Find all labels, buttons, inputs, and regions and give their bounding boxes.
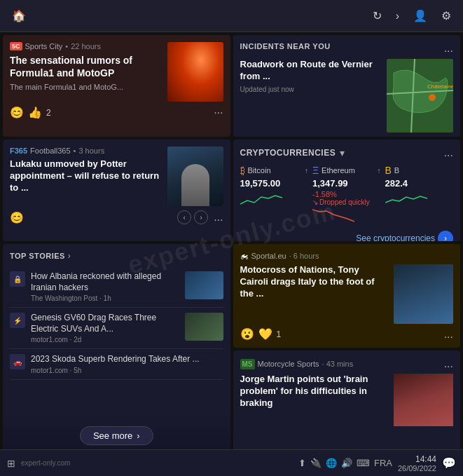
lukaku-footer-right: ‹ › ... <box>177 210 223 224</box>
source-time-f1: • <box>65 42 68 50</box>
clock-time: 14:44 <box>398 454 436 464</box>
card-desc-f1: The main Formula1 and MotoG... <box>10 82 162 92</box>
moto-sports-title: Jorge Martin points out 'brain problem' … <box>240 374 389 409</box>
card-f1-text: 5C Sports City • 22 hours The sensationa… <box>10 42 162 102</box>
motocross-source-name: Sportal.eu <box>251 252 286 260</box>
source-badge-f1: 5C <box>10 42 22 50</box>
third-coin-name: B <box>394 166 399 175</box>
top-stories-label: TOP STORIES <box>10 252 65 260</box>
story-item-2[interactable]: ⚡ Genesis GV60 Drag Races Three Electric… <box>10 308 223 349</box>
svg-point-3 <box>429 94 436 101</box>
top-stories-chevron[interactable]: › <box>68 251 71 261</box>
ethereum-change: -1.58% <box>312 190 381 198</box>
card-top-stories: TOP STORIES › 🔒 How Albania reckoned wit… <box>3 244 230 449</box>
ethereum-sparkline <box>312 206 354 224</box>
clock-date: 26/09/2022 <box>398 464 436 472</box>
story-meta-3: motor1.com · 5h <box>31 367 223 374</box>
story-icon-2: ⚡ <box>10 313 25 328</box>
story-icon-3: 🚗 <box>10 354 25 369</box>
source-name-lukaku: Football365 <box>30 147 71 155</box>
story-thumb-2 <box>185 313 223 341</box>
motocross-reaction-1: 😮 <box>240 327 254 341</box>
incidents-updated: Updated just now <box>240 86 382 93</box>
bottom-bar: ⊞ expert-only.com ⬆ 🔌 🌐 🔊 ⌨ FRA 14:44 26… <box>0 449 463 476</box>
story-item-3[interactable]: 🚗 2023 Skoda Superb Rendering Takes Afte… <box>10 349 223 380</box>
crypto-items: ₿ Bitcoin ↑ 19,575.00 Ξ Ethereum ↑ 1,347… <box>240 165 454 226</box>
tray-lang: FRA <box>374 458 392 468</box>
motocross-reaction-2: 💛 <box>258 327 272 341</box>
lukaku-nav: ‹ › <box>177 210 208 224</box>
more-button-lukaku[interactable]: ... <box>214 211 223 224</box>
story-text-3: 2023 Skoda Superb Rendering Takes After … <box>31 354 223 374</box>
see-crypto-circle[interactable]: › <box>438 231 453 241</box>
see-more-button[interactable]: See more › <box>80 426 153 445</box>
motocross-image <box>394 264 453 324</box>
card-f1[interactable]: 5C Sports City • 22 hours The sensationa… <box>3 35 230 137</box>
bitcoin-icon: ₿ <box>240 165 245 176</box>
crypto-dropdown-icon[interactable]: ▾ <box>340 147 345 158</box>
card-f1-image <box>167 42 223 102</box>
moto-sports-text: Jorge Martin points out 'brain problem' … <box>240 374 389 426</box>
more-button-motocross[interactable]: ... <box>444 328 453 341</box>
story-item-1[interactable]: 🔒 How Albania reckoned with alleged Iran… <box>10 266 223 308</box>
more-button-moto-sports[interactable]: ... <box>444 358 453 370</box>
incidents-title: Roadwork on Route de Vernier from ... <box>240 59 382 83</box>
incidents-content: Roadwork on Route de Vernier from ... Up… <box>240 59 454 132</box>
incidents-header: INCIDENTS NEAR YOU ... <box>240 42 454 55</box>
tray-icon-4: 🔊 <box>341 458 352 468</box>
reaction-emoji-f1: 😊 <box>10 106 24 119</box>
source-icon-lukaku: F365 <box>10 147 27 155</box>
moto-sports-time: · 43 mins <box>322 360 354 368</box>
refresh-button[interactable]: ↻ <box>371 7 384 25</box>
profile-button[interactable]: 👤 <box>411 7 429 25</box>
settings-button[interactable]: ⚙ <box>439 7 453 25</box>
card-moto-sports[interactable]: MS Motorcycle Sports · 43 mins ... Jorge… <box>233 351 461 449</box>
card-lukaku-inner: F365 Football365 • 3 hours Lukaku unmove… <box>10 147 223 206</box>
more-button-f1[interactable]: ··· <box>214 107 223 119</box>
lukaku-text: F365 Football365 • 3 hours Lukaku unmove… <box>10 147 162 206</box>
reaction-count-f1: 2 <box>46 108 51 118</box>
crypto-header: CRYPTOCURRENCIES ▾ ... <box>240 147 454 159</box>
moto-sports-inner: Jorge Martin points out 'brain problem' … <box>240 374 454 426</box>
bitcoin-sparkline <box>240 190 282 208</box>
dropped-quickly-text: ↘ Dropped quickly <box>312 198 381 206</box>
see-cryptocurrencies-button[interactable]: See cryptocurrencies <box>356 233 435 241</box>
story-meta-1: The Washington Post · 1h <box>31 294 179 302</box>
card-lukaku[interactable]: F365 Football365 • 3 hours Lukaku unmove… <box>3 140 230 241</box>
bitcoin-price: 19,575.00 <box>240 178 309 189</box>
dropped-label: Dropped quickly <box>319 198 370 206</box>
card-motocross[interactable]: 🏍 Sportal.eu · 6 hours Motocross of Nati… <box>233 244 461 348</box>
forward-button[interactable]: › <box>394 8 401 25</box>
third-coin-icon: B <box>385 165 392 176</box>
ethereum-coin-row: Ξ Ethereum ↑ <box>312 165 381 176</box>
incidents-map: Châtelaine <box>387 59 453 132</box>
card-f1-footer: 😊 👍 2 ··· <box>10 106 223 119</box>
lukaku-nav-next[interactable]: › <box>194 210 208 224</box>
more-button-incidents[interactable]: ... <box>444 42 453 55</box>
arrow-down-icon: ↘ <box>312 198 318 206</box>
more-button-crypto[interactable]: ... <box>444 147 453 159</box>
tray-icon-3: 🌐 <box>326 458 337 468</box>
tray-icon-5: ⌨ <box>357 458 370 468</box>
right-column: 🏍 Sportal.eu · 6 hours Motocross of Nati… <box>233 244 461 449</box>
top-bar-left: 🏠 <box>10 7 28 25</box>
motocross-text: Motocross of Nations, Tony Cairoli drags… <box>240 264 389 324</box>
motocross-reactions: 😮 💛 1 <box>240 327 282 341</box>
card-f1-inner: 5C Sports City • 22 hours The sensationa… <box>10 42 223 102</box>
system-icons: ⬆ 🔌 🌐 🔊 ⌨ FRA <box>298 458 392 468</box>
card-lukaku-image <box>167 147 223 206</box>
main-grid: 5C Sports City • 22 hours The sensationa… <box>0 32 463 449</box>
motocross-source-icon: 🏍 <box>240 251 249 261</box>
incidents-label: INCIDENTS NEAR YOU <box>240 42 331 50</box>
story-text-2: Genesis GV60 Drag Races Three Electric S… <box>31 313 179 344</box>
lukaku-nav-prev[interactable]: ‹ <box>177 210 191 224</box>
motocross-reaction-count: 1 <box>277 329 282 339</box>
chat-icon[interactable]: 💬 <box>442 456 456 470</box>
home-button[interactable]: 🏠 <box>10 7 28 25</box>
motocross-title: Motocross of Nations, Tony Cairoli drags… <box>240 264 389 300</box>
source-time-lukaku: 3 hours <box>78 147 104 155</box>
story-thumb-1 <box>185 271 223 299</box>
crypto-footer: See cryptocurrencies › <box>240 231 454 241</box>
ethereum-price: 1,347.99 <box>312 178 381 189</box>
story-text-1: How Albania reckoned with alleged Irania… <box>31 271 179 302</box>
